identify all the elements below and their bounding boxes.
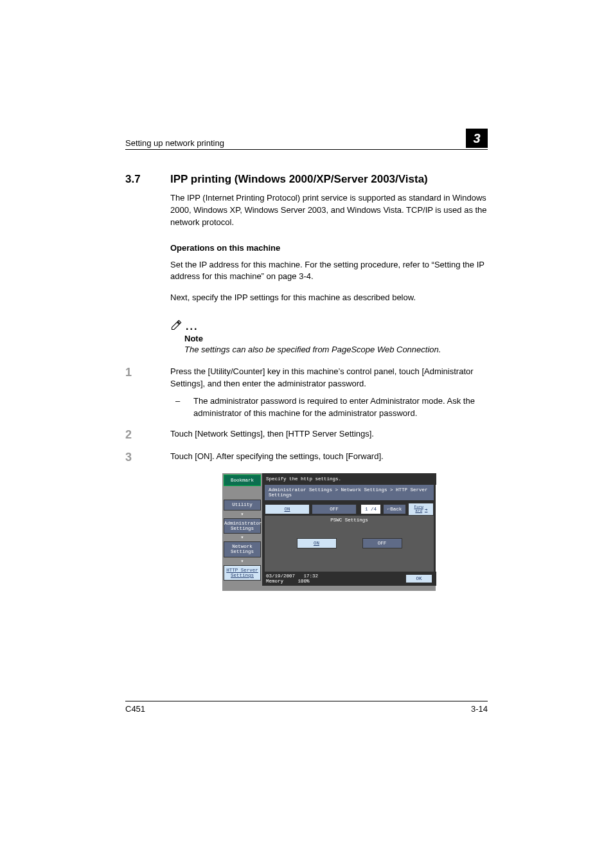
step-text: Touch [ON]. After specifying the setting… bbox=[170, 451, 488, 464]
pswc-on-button[interactable]: ON bbox=[297, 538, 337, 548]
sidebar-item-network-settings[interactable]: Network Settings bbox=[224, 541, 261, 557]
note-text: The settings can also be specified from … bbox=[184, 345, 488, 354]
arrow-right-icon: ➔ bbox=[425, 507, 428, 512]
running-head: Setting up network printing bbox=[125, 138, 224, 148]
panel-instruction: Specify the http settings. bbox=[262, 473, 436, 485]
operations-heading: Operations on this machine bbox=[170, 243, 488, 253]
section-number: 3.7 bbox=[125, 173, 170, 186]
tab-on[interactable]: ON bbox=[265, 504, 310, 514]
note-label: Note bbox=[184, 334, 488, 343]
operations-p1: Set the IP address for this machine. For… bbox=[170, 259, 488, 284]
bullet-dash: – bbox=[170, 395, 193, 420]
pswc-settings-label: PSWC Settings bbox=[269, 518, 430, 523]
page-indicator: 1 /4 bbox=[360, 504, 381, 514]
step-text: Press the [Utility/Counter] key in this … bbox=[170, 366, 474, 388]
footer-date: 03/19/2007 bbox=[266, 574, 295, 579]
forward-button[interactable]: Forw ard ➔ bbox=[408, 503, 434, 516]
footer-page: 3-14 bbox=[471, 704, 488, 714]
chevron-down-icon: ▾ bbox=[224, 511, 261, 517]
back-button[interactable]: ←Back bbox=[383, 504, 406, 514]
step-number: 1 bbox=[125, 366, 170, 419]
ok-button[interactable]: OK bbox=[405, 574, 432, 583]
footer-memory-value: 100% bbox=[298, 579, 310, 584]
footer-memory-label: Memory bbox=[266, 579, 283, 584]
chevron-down-icon: ▾ bbox=[224, 558, 261, 564]
tab-off[interactable]: OFF bbox=[312, 504, 357, 514]
pswc-off-button[interactable]: OFF bbox=[362, 538, 402, 548]
step-number: 2 bbox=[125, 428, 170, 442]
step-number: 3 bbox=[125, 451, 170, 464]
chapter-number-box: 3 bbox=[466, 129, 488, 148]
note-dots-icon: ... bbox=[186, 323, 198, 331]
sidebar-item-admin-settings[interactable]: Administrator Settings bbox=[224, 518, 261, 534]
step-text: Touch [Network Settings], then [HTTP Ser… bbox=[170, 428, 488, 442]
sidebar-item-http-server-settings[interactable]: HTTP Server Settings bbox=[224, 565, 261, 581]
sidebar-item-utility[interactable]: Utility bbox=[224, 500, 261, 510]
breadcrumb: Administrator Settings > Network Setting… bbox=[265, 485, 434, 500]
control-panel-screenshot: Bookmark Utility ▾ Administrator Setting… bbox=[222, 473, 436, 591]
footer-time: 17:32 bbox=[304, 574, 319, 579]
operations-p2: Next, specify the IPP settings for this … bbox=[170, 292, 488, 304]
footer-model: C451 bbox=[125, 704, 145, 714]
step-subtext: The administrator password is required t… bbox=[193, 395, 488, 420]
chevron-down-icon: ▾ bbox=[224, 534, 261, 540]
intro-paragraph: The IPP (Internet Printing Protocol) pri… bbox=[170, 192, 488, 229]
note-icon bbox=[170, 318, 183, 331]
section-title: IPP printing (Windows 2000/XP/Server 200… bbox=[170, 173, 428, 186]
bookmark-tab[interactable]: Bookmark bbox=[224, 475, 261, 486]
